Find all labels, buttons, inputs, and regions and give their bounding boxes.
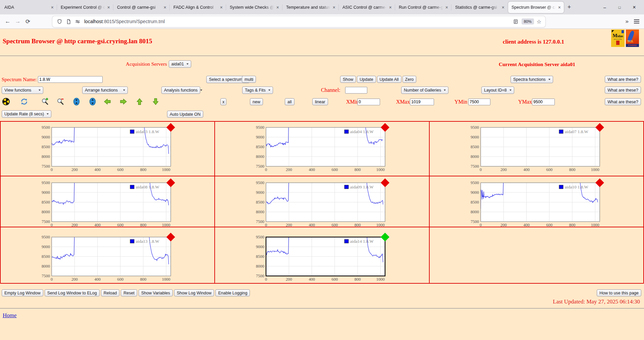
arrow-up-icon[interactable] bbox=[136, 98, 144, 106]
acquisition-server-select[interactable]: aida01 bbox=[169, 60, 192, 68]
spectrum-plot-aida13[interactable]: 7500800085009000950002004006008001000aid… bbox=[31, 233, 189, 282]
all-button[interactable]: all bbox=[285, 98, 294, 105]
tab-close-icon[interactable]: × bbox=[444, 5, 449, 10]
gallery-cell-aida03[interactable]: 7500800085009000950002004006008001000aid… bbox=[0, 121, 215, 176]
tab-aida[interactable]: AIDA× bbox=[1, 2, 57, 13]
tab-close-icon[interactable]: × bbox=[332, 5, 336, 10]
zoom-out-icon[interactable] bbox=[56, 98, 64, 106]
spectrum-plot-aida09[interactable]: 7500800085009000950002004006008001000aid… bbox=[245, 178, 403, 227]
tab-close-icon[interactable]: × bbox=[219, 5, 224, 10]
update-all-button[interactable]: Update All bbox=[377, 76, 401, 83]
window-maximize-button[interactable]: □ bbox=[616, 5, 623, 9]
xmax-input[interactable] bbox=[410, 99, 434, 105]
forward-button[interactable]: → bbox=[13, 16, 23, 26]
tab-run-control[interactable]: Run Control @ carme-gsi× bbox=[395, 2, 451, 13]
zero-button[interactable]: Zero bbox=[402, 76, 417, 83]
gallery-cell-aida10[interactable]: 7500800085009000950002004006008001000aid… bbox=[429, 176, 644, 227]
arrow-down-icon[interactable] bbox=[152, 98, 160, 106]
gallery-cell-aida14[interactable]: 7500800085009000950002004006008001000aid… bbox=[215, 227, 429, 284]
tab-close-icon[interactable]: × bbox=[501, 5, 505, 10]
layout-id-dropdown[interactable]: Layout ID=8 bbox=[481, 87, 514, 94]
spectrum-name-input[interactable] bbox=[38, 76, 103, 83]
app-menu-icon[interactable] bbox=[634, 19, 639, 23]
ymax-input[interactable] bbox=[532, 99, 555, 105]
window-minimize-button[interactable]: – bbox=[602, 5, 608, 10]
update-button[interactable]: Update bbox=[357, 76, 376, 83]
radiation-icon[interactable] bbox=[2, 98, 10, 106]
tab-close-icon[interactable]: × bbox=[557, 5, 562, 10]
reset-button[interactable]: Reset bbox=[121, 289, 137, 296]
spectrum-plot-aida08[interactable]: 7500800085009000950002004006008001000aid… bbox=[31, 178, 189, 227]
view-functions-dropdown[interactable]: View functions bbox=[2, 87, 43, 94]
tab-temperature[interactable]: Temperature and status× bbox=[283, 2, 338, 13]
tab-close-icon[interactable]: × bbox=[388, 5, 393, 10]
tab-close-icon[interactable]: × bbox=[50, 5, 55, 10]
ymin-input[interactable] bbox=[468, 99, 490, 105]
tab-asic-control[interactable]: ASIC Control @ carme-gsi× bbox=[339, 2, 395, 13]
tab-control[interactable]: Control @ carme-gsi× bbox=[114, 2, 169, 13]
zoom-in-icon[interactable] bbox=[41, 98, 49, 106]
reader-view-icon[interactable] bbox=[513, 19, 519, 24]
what-are-these-button-3[interactable]: What are these? bbox=[605, 98, 641, 105]
shield-icon[interactable] bbox=[57, 19, 62, 24]
permissions-sliders-icon[interactable] bbox=[75, 19, 80, 24]
multi-button[interactable]: multi bbox=[242, 76, 256, 83]
overflow-menu-icon[interactable]: » bbox=[626, 18, 629, 25]
arrow-left-icon[interactable] bbox=[103, 98, 111, 106]
expand-vertical-icon[interactable] bbox=[89, 98, 97, 106]
spectrum-plot-aida14[interactable]: 7500800085009000950002004006008001000aid… bbox=[245, 233, 403, 282]
refresh-icon[interactable] bbox=[20, 98, 28, 106]
page-info-icon[interactable] bbox=[66, 19, 71, 24]
spectrum-plot-aida03[interactable]: 7500800085009000950002004006008001000aid… bbox=[31, 123, 189, 173]
linear-button[interactable]: linear bbox=[312, 98, 328, 105]
show-button[interactable]: Show bbox=[340, 76, 356, 83]
auto-update-button[interactable]: Auto Update ON bbox=[167, 111, 203, 118]
how-to-use-button[interactable]: How to use this page bbox=[597, 289, 641, 296]
empty-log-window-button[interactable]: Empty Log Window bbox=[2, 289, 43, 296]
number-of-galleries-dropdown[interactable]: Number of Galleries bbox=[401, 87, 448, 94]
url-bar[interactable]: localhost:8015/Spectrum/Spectrum.tml 80%… bbox=[52, 16, 545, 27]
show-log-window-button[interactable]: Show Log Window bbox=[174, 289, 214, 296]
tab-spectrum-browser[interactable]: Spectrum Browser @ carme-gsi× bbox=[508, 2, 564, 13]
tab-close-icon[interactable]: × bbox=[106, 5, 111, 10]
window-close-button[interactable]: × bbox=[631, 4, 637, 10]
show-variables-button[interactable]: Show Variables bbox=[139, 289, 173, 296]
tab-close-icon[interactable]: × bbox=[275, 5, 280, 10]
channel-input[interactable] bbox=[345, 87, 367, 94]
analysis-functions-dropdown[interactable]: Analysis functions bbox=[161, 87, 200, 94]
what-are-these-button-1[interactable]: What are these? bbox=[605, 76, 641, 83]
reload-button[interactable]: Reload bbox=[101, 289, 120, 296]
back-button[interactable]: ← bbox=[3, 16, 13, 26]
zoom-level-badge[interactable]: 80% bbox=[522, 18, 534, 24]
tab-fadc-align[interactable]: FADC Align & Control× bbox=[170, 2, 226, 13]
arrow-right-icon[interactable] bbox=[119, 98, 127, 106]
gallery-cell-aida04[interactable]: 7500800085009000950002004006008001000aid… bbox=[215, 121, 429, 176]
what-are-these-button-2[interactable]: What are these? bbox=[605, 87, 641, 94]
gallery-cell-aida07[interactable]: 7500800085009000950002004006008001000aid… bbox=[429, 121, 644, 176]
tab-system-checks[interactable]: System wide Checks @ carme× bbox=[226, 2, 282, 13]
new-tab-button[interactable]: + bbox=[564, 2, 574, 12]
x-button[interactable]: x bbox=[220, 98, 226, 105]
spectrum-plot-aida10[interactable]: 7500800085009000950002004006008001000aid… bbox=[460, 178, 618, 227]
gallery-cell-aida13[interactable]: 7500800085009000950002004006008001000aid… bbox=[0, 227, 215, 284]
enable-logging-button[interactable]: Enable Logging bbox=[215, 289, 250, 296]
arrange-functions-dropdown[interactable]: Arrange functions bbox=[82, 87, 128, 94]
gallery-cell-aida09[interactable]: 7500800085009000950002004006008001000aid… bbox=[215, 176, 429, 227]
bookmark-star-icon[interactable]: ☆ bbox=[537, 18, 541, 25]
tab-experiment-control[interactable]: Experiment Control @ carme-gsi× bbox=[57, 2, 113, 13]
compress-vertical-icon[interactable] bbox=[72, 98, 80, 106]
gallery-cell-aida08[interactable]: 7500800085009000950002004006008001000aid… bbox=[0, 176, 215, 227]
xmin-input[interactable] bbox=[357, 99, 380, 105]
update-rate-dropdown[interactable]: Update Rate (8 secs) bbox=[2, 110, 51, 118]
home-link[interactable]: Home bbox=[3, 312, 17, 319]
spectrum-plot-aida07[interactable]: 7500800085009000950002004006008001000aid… bbox=[460, 123, 618, 173]
tab-close-icon[interactable]: × bbox=[163, 5, 167, 10]
new-button[interactable]: new bbox=[250, 98, 263, 105]
url-text[interactable]: localhost:8015/Spectrum/Spectrum.tml bbox=[84, 19, 511, 24]
spectra-functions-dropdown[interactable]: Spectra functions bbox=[511, 76, 553, 83]
tags-fits-dropdown[interactable]: Tags & Fits bbox=[242, 87, 273, 94]
tab-statistics[interactable]: Statistics @ carme-gsi× bbox=[452, 2, 507, 13]
spectrum-plot-aida04[interactable]: 7500800085009000950002004006008001000aid… bbox=[245, 123, 403, 173]
send-log-to-elog-button[interactable]: Send Log Window to ELog bbox=[45, 289, 100, 296]
reload-button[interactable]: ⟳ bbox=[23, 16, 33, 26]
